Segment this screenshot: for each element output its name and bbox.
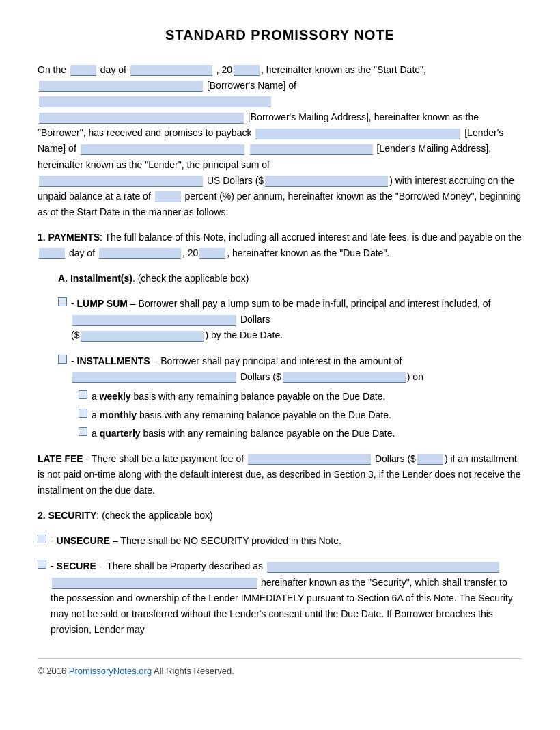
footer: © 2016 PromissoryNotes.org All Rights Re… — [38, 658, 522, 676]
unsecure-checkbox[interactable] — [38, 535, 46, 543]
due-day-of: day of — [69, 247, 95, 258]
on-the-text: On the — [38, 64, 66, 75]
weekly-text: a weekly basis with any remaining balanc… — [92, 389, 385, 405]
borrower-address2-field[interactable] — [39, 113, 244, 124]
late-fee-title: LATE FEE — [38, 453, 83, 464]
lump-sum-usd-field[interactable] — [81, 331, 204, 342]
section2-paragraph: 2. SECURITY: (check the applicable box) — [38, 508, 522, 524]
installments-block: - INSTALLMENTS – Borrower shall pay prin… — [58, 353, 522, 442]
lender-address2-field[interactable] — [250, 144, 373, 155]
installments-text: - INSTALLMENTS – Borrower shall pay prin… — [71, 353, 423, 385]
borrower-name-field[interactable] — [39, 81, 203, 92]
document-title: STANDARD PROMISSORY NOTE — [38, 27, 522, 43]
late-fee-paragraph: LATE FEE - There shall be a late payment… — [38, 451, 522, 498]
due-month-field[interactable] — [99, 248, 181, 259]
quarterly-text: a quarterly basis with any remaining bal… — [92, 426, 395, 442]
secure-property-field[interactable] — [267, 562, 499, 573]
due-year-field[interactable] — [199, 248, 225, 259]
principal-amount-field[interactable] — [39, 176, 203, 187]
unsecure-block: - UNSECURE – There shall be NO SECURITY … — [38, 533, 522, 549]
secure-block: - SECURE – There shall be Property descr… — [38, 558, 522, 637]
rights-text: All Rights Reserved. — [154, 666, 234, 676]
lender-name-field[interactable] — [255, 129, 460, 139]
sub-a-label: A. Installment(s). (check the applicable… — [58, 273, 249, 284]
weekly-option: a weekly basis with any remaining balanc… — [79, 389, 522, 405]
interest-rate-field[interactable] — [155, 191, 181, 202]
section2-title: 2. SECURITY — [38, 510, 96, 521]
installment-usd-field[interactable] — [283, 372, 406, 383]
late-fee-amount-field[interactable] — [248, 454, 371, 465]
lender-address-field[interactable] — [81, 144, 244, 155]
frequency-options: a weekly basis with any remaining balanc… — [79, 389, 522, 442]
lump-sum-amount-field[interactable] — [72, 315, 236, 326]
borrowers-name-label: [Borrower's Name] of — [207, 80, 296, 91]
borrower-address-field[interactable] — [39, 96, 271, 107]
monthly-text: a monthly basis with any remaining balan… — [92, 407, 391, 423]
installment-amount-field[interactable] — [72, 372, 236, 383]
late-fee-usd-field[interactable] — [417, 454, 443, 465]
month-field[interactable] — [130, 65, 212, 76]
due-day-field[interactable] — [39, 248, 65, 259]
secure-text: - SECURE – There shall be Property descr… — [51, 558, 522, 637]
principal-usd-field[interactable] — [265, 176, 388, 187]
intro-paragraph: On the day of , 20, hereinafter known as… — [38, 62, 522, 220]
secure-checkbox[interactable] — [38, 560, 46, 569]
year-field[interactable] — [234, 65, 260, 76]
lump-sum-block: - LUMP SUM – Borrower shall pay a lump s… — [58, 296, 522, 343]
quarterly-checkbox[interactable] — [79, 427, 87, 436]
sub-a-paragraph: A. Installment(s). (check the applicable… — [58, 271, 522, 286]
monthly-option: a monthly basis with any remaining balan… — [79, 407, 522, 423]
day-of-text: day of — [100, 64, 126, 75]
section1-text1: : The full balance of this Note, includi… — [100, 232, 522, 243]
weekly-checkbox[interactable] — [79, 390, 87, 399]
installments-checkbox[interactable] — [58, 355, 67, 364]
monthly-checkbox[interactable] — [79, 409, 87, 418]
lump-sum-dash: - LUMP SUM – Borrower shall pay a lump s… — [71, 296, 522, 343]
unsecure-text: - UNSECURE – There shall be NO SECURITY … — [51, 533, 341, 549]
section1-paragraph: 1. PAYMENTS: The full balance of this No… — [38, 230, 522, 261]
day-field[interactable] — [70, 65, 96, 76]
secure-property2-field[interactable] — [52, 578, 257, 589]
quarterly-option: a quarterly basis with any remaining bal… — [79, 426, 522, 442]
document-body: On the day of , 20, hereinafter known as… — [38, 62, 522, 638]
copyright-text: © 2016 — [38, 666, 66, 676]
footer-link[interactable]: PromissoryNotes.org — [69, 666, 152, 676]
section1-title: 1. PAYMENTS — [38, 232, 100, 243]
lump-sum-checkbox[interactable] — [58, 297, 67, 306]
